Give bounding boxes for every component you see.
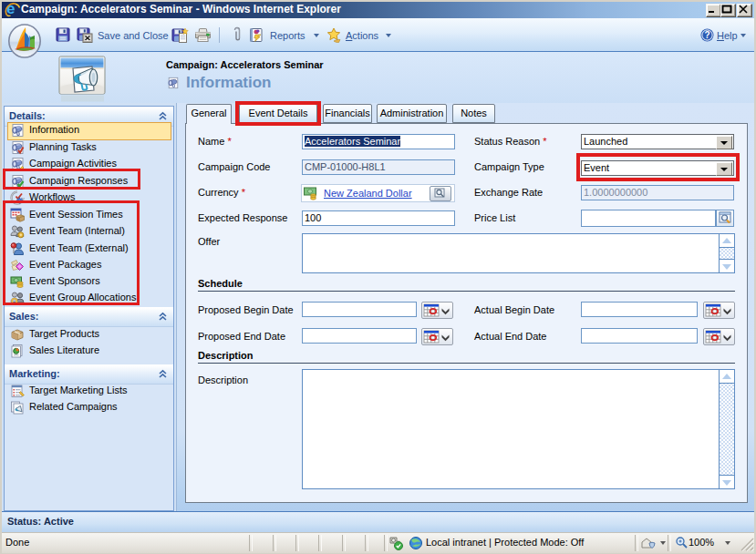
svg-text:?: ? xyxy=(704,30,709,40)
